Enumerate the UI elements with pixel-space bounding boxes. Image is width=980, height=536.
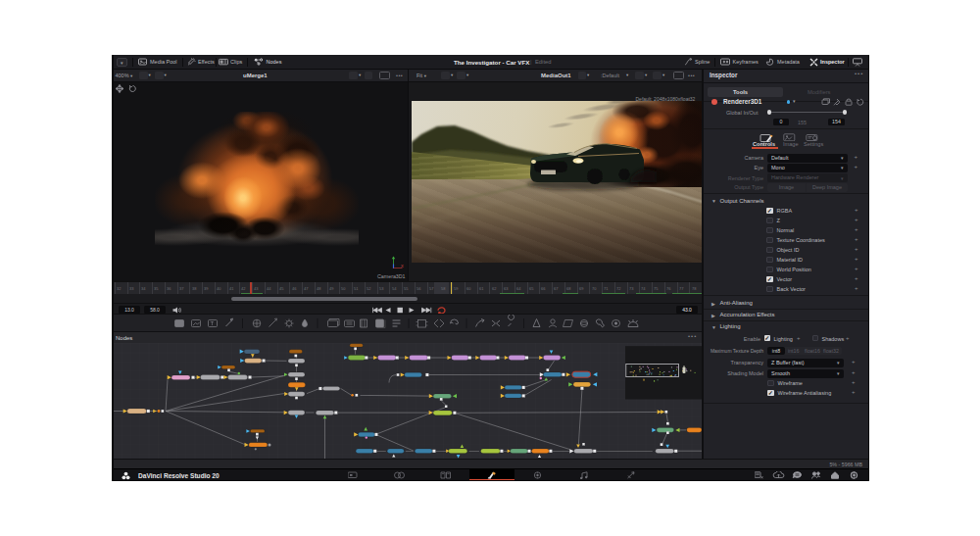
- svg-text:x: x: [401, 263, 404, 268]
- svg-text:T: T: [211, 320, 215, 326]
